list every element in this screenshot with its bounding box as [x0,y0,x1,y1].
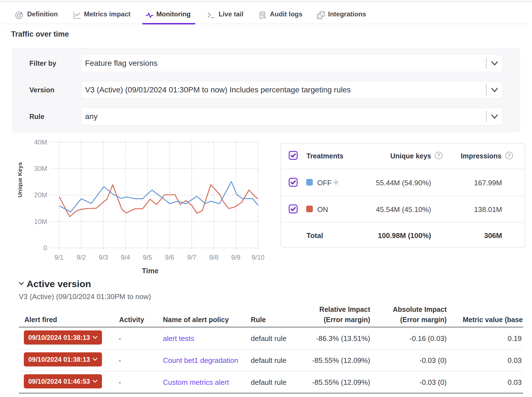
svg-text:30M: 30M [34,165,47,172]
svg-text:9/5: 9/5 [143,254,152,261]
svg-text:20M: 20M [34,191,47,199]
svg-text:0: 0 [44,244,47,252]
svg-text:?: ? [508,153,510,158]
svg-text:9/7: 9/7 [187,254,196,261]
svg-text:9/9: 9/9 [231,254,240,261]
svg-text:9/6: 9/6 [165,254,174,261]
svg-text:9/10: 9/10 [252,254,265,261]
svg-text:10M: 10M [34,218,47,225]
svg-text:9/2: 9/2 [76,254,86,261]
svg-text:Time: Time [142,267,158,275]
svg-text:Unique Keys: Unique Keys [17,162,23,197]
svg-text:9/1: 9/1 [54,254,63,261]
svg-text:9/4: 9/4 [121,254,130,261]
svg-text:9/8: 9/8 [209,254,218,261]
svg-text:9/3: 9/3 [99,254,108,261]
svg-text:40M: 40M [34,138,47,146]
